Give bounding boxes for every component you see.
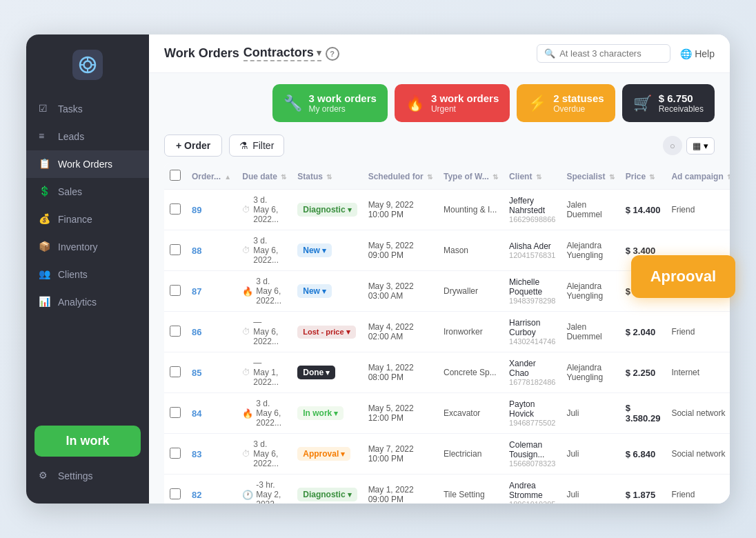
timer-icon: ⏱ <box>242 246 250 255</box>
table-row: 85 ⏱—May 1, 2022... Done ▾ May 1, 2022 0… <box>164 352 730 393</box>
view-circle-button[interactable]: ○ <box>663 136 682 155</box>
sidebar-item-settings[interactable]: ⚙ Settings <box>26 462 149 490</box>
filter-icon: ⚗ <box>239 140 248 151</box>
row-due-date: 🔥3 d.May 6, 2022... <box>237 393 292 434</box>
table-header-row: Order... ▲ Due date ⇅ Status ⇅ Scheduled… <box>164 163 730 190</box>
sidebar-item-sales[interactable]: 💲 Sales <box>26 178 149 206</box>
sidebar-item-inventory[interactable]: 📦 Inventory <box>26 233 149 261</box>
row-order-num[interactable]: 86 <box>186 312 237 352</box>
row-order-num[interactable]: 82 <box>186 475 237 504</box>
row-status[interactable]: Approval ▾ <box>292 434 362 475</box>
row-ad-campaign <box>666 230 730 271</box>
status-chevron-icon: ▾ <box>322 246 326 255</box>
select-all-checkbox[interactable] <box>170 170 181 181</box>
add-order-button[interactable]: + Order <box>164 134 222 157</box>
col-type[interactable]: Type of W... ⇅ <box>438 163 504 190</box>
row-checkbox[interactable] <box>170 407 181 418</box>
col-status[interactable]: Status ⇅ <box>292 163 362 190</box>
row-status[interactable]: Done ▾ <box>292 352 362 393</box>
search-input[interactable] <box>559 48 663 59</box>
row-status[interactable]: In work ▾ <box>292 393 362 434</box>
sidebar-item-finance[interactable]: 💰 Finance <box>26 206 149 233</box>
row-checkbox[interactable] <box>170 285 181 296</box>
col-checkbox <box>164 163 186 190</box>
help-tooltip-icon[interactable]: ? <box>326 47 339 61</box>
search-box[interactable]: 🔍 <box>537 44 670 63</box>
row-checkbox-cell <box>164 230 186 271</box>
row-status[interactable]: New ▾ <box>292 230 362 271</box>
logo-area <box>26 34 149 92</box>
row-status[interactable]: Diagnostic ▾ <box>292 190 362 230</box>
chevron-down-icon: ▾ <box>317 48 321 58</box>
row-due-date: ⏱3 d.May 6, 2022... <box>237 190 292 230</box>
row-type: Mounting & I... <box>438 190 504 230</box>
settings-icon: ⚙ <box>39 470 51 482</box>
row-client: Andrea Stromme18961919295 <box>504 475 561 504</box>
sidebar-item-analytics[interactable]: 📊 Analytics <box>26 288 149 316</box>
card-count: 3 work orders <box>309 92 377 104</box>
card-label: My orders <box>309 104 377 114</box>
row-due-date: ⏱—May 6, 2022... <box>237 312 292 352</box>
row-scheduled: May 7, 2022 10:00 PM <box>363 434 438 475</box>
cart-icon: 🛒 <box>633 94 652 112</box>
logo-icon <box>72 50 103 80</box>
col-client[interactable]: Client ⇅ <box>504 163 561 190</box>
row-price: $ 2.250 <box>620 352 666 393</box>
row-client: Xander Chao16778182486 <box>504 352 561 393</box>
leads-icon: ≡ <box>39 130 51 143</box>
row-status[interactable]: New ▾ <box>292 271 362 312</box>
card-my-orders[interactable]: 🔧 3 work orders My orders <box>272 84 388 122</box>
row-type: Tile Setting <box>438 475 504 504</box>
row-checkbox[interactable] <box>170 366 181 377</box>
status-chevron-icon: ▾ <box>334 409 338 418</box>
lightning-icon: ⚡ <box>528 94 546 112</box>
row-client: Jeffery Nahrstedt16629698866 <box>504 190 561 230</box>
table-row: 84 🔥3 d.May 6, 2022... In work ▾ May 5, … <box>164 393 730 434</box>
sidebar-item-clients[interactable]: 👥 Clients <box>26 261 149 288</box>
row-order-num[interactable]: 83 <box>186 434 237 475</box>
row-status[interactable]: Diagnostic ▾ <box>292 475 362 504</box>
row-type: Concrete Sp... <box>438 352 504 393</box>
row-order-num[interactable]: 89 <box>186 190 237 230</box>
row-checkbox[interactable] <box>170 244 181 255</box>
card-urgent[interactable]: 🔥 3 work orders Urgent <box>395 84 510 122</box>
chevron-down-icon: ▾ <box>704 141 708 151</box>
row-scheduled: May 5, 2022 09:00 PM <box>363 230 438 271</box>
status-chevron-icon: ▾ <box>348 490 352 499</box>
card-overdue[interactable]: ⚡ 2 statuses Overdue <box>517 84 615 122</box>
col-scheduled[interactable]: Scheduled for ⇅ <box>363 163 438 190</box>
card-count: 2 statuses <box>553 92 604 104</box>
col-order[interactable]: Order... ▲ <box>186 163 237 190</box>
row-order-num[interactable]: 84 <box>186 393 237 434</box>
view-grid-button[interactable]: ▦ ▾ <box>686 137 715 155</box>
sidebar-item-workorders[interactable]: 📋 Work Orders <box>26 150 149 178</box>
row-checkbox[interactable] <box>170 488 181 499</box>
sidebar-item-leads[interactable]: ≡ Leads <box>26 123 149 150</box>
status-chevron-icon: ▾ <box>326 368 330 377</box>
sidebar-item-label: Leads <box>58 131 84 142</box>
tab-label: Contractors <box>243 46 314 60</box>
timer-icon: ⏱ <box>242 449 250 459</box>
row-client: Alisha Ader12041576831 <box>504 230 561 271</box>
row-checkbox[interactable] <box>170 448 181 459</box>
sidebar-item-label: Analytics <box>58 297 97 308</box>
header-right: 🔍 🌐 Help <box>537 44 715 63</box>
contractors-tab[interactable]: Contractors ▾ <box>243 46 321 61</box>
row-checkbox[interactable] <box>170 203 181 215</box>
card-receivables[interactable]: 🛒 $ 6.750 Receivables <box>622 84 715 122</box>
col-price[interactable]: Price ⇅ <box>620 163 666 190</box>
row-order-num[interactable]: 85 <box>186 352 237 393</box>
col-specialist[interactable]: Specialist ⇅ <box>561 163 619 190</box>
in-work-badge[interactable]: In work <box>34 426 141 457</box>
row-checkbox[interactable] <box>170 326 181 337</box>
row-status[interactable]: Lost - price ▾ <box>292 312 362 352</box>
row-specialist: Juli <box>561 475 619 504</box>
sidebar-item-tasks[interactable]: ☑ Tasks <box>26 95 149 123</box>
row-order-num[interactable]: 88 <box>186 230 237 271</box>
col-due-date[interactable]: Due date ⇅ <box>237 163 292 190</box>
sidebar-item-label: Sales <box>58 186 82 197</box>
col-adcampaign[interactable]: Ad campaign ⇅ <box>666 163 730 190</box>
row-order-num[interactable]: 87 <box>186 271 237 312</box>
help-button[interactable]: 🌐 Help <box>680 48 715 59</box>
filter-button[interactable]: ⚗ Filter <box>229 134 284 157</box>
